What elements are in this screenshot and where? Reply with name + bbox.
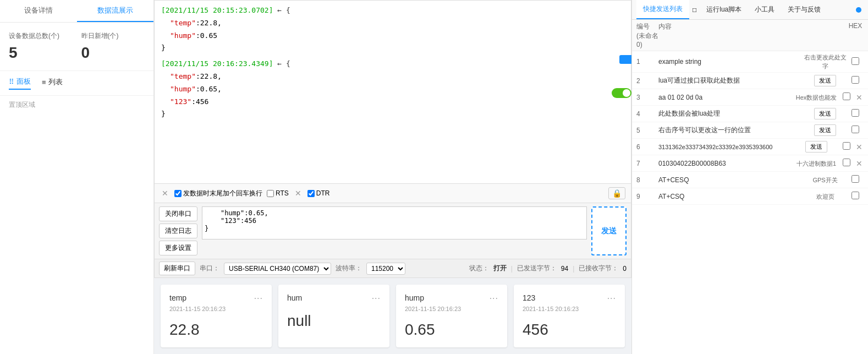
qs-tab-about[interactable]: 关于与反馈 (781, 1, 827, 19)
qs-table-header: 编号 (未命名0) 内容 HEX (632, 20, 868, 51)
qs-row-2-hex-checkbox[interactable] (851, 76, 859, 84)
quick-send-tabs: 快捷发送列表 □ 运行lua脚本 小工具 关于与反馈 (632, 0, 868, 20)
card-123-name: 123 (523, 293, 535, 302)
card-temp-menu[interactable]: ··· (254, 293, 263, 303)
toggle-switch[interactable] (612, 88, 631, 98)
tab-device-detail[interactable]: 设备详情 (0, 0, 77, 22)
qs-row-6-hex (838, 142, 855, 151)
qs-row-6-close[interactable]: ✕ (855, 143, 864, 151)
qs-row-7-close[interactable]: ✕ (855, 159, 864, 168)
qs-row-6-action: 发送 (794, 141, 838, 153)
quick-send-panel: 快捷发送列表 □ 运行lua脚本 小工具 关于与反馈 编号 (未命名0) 内容 … (631, 0, 868, 354)
section-top-label: 置顶区域 (0, 96, 153, 114)
clear-log-button[interactable]: 清空日志 (159, 224, 197, 238)
card-123-value: 456 (523, 321, 616, 339)
send-button[interactable]: 发送 (591, 206, 627, 255)
qs-row-5: 5 右击序号可以更改这一行的位置 发送 (632, 122, 868, 139)
qs-row-9-hex-checkbox[interactable] (851, 192, 859, 199)
refresh-port-button[interactable]: 刷新串口 (159, 262, 195, 275)
qs-row-2-action: 发送 (803, 75, 847, 86)
qs-row-6-hex-checkbox[interactable] (843, 142, 850, 150)
qs-row-2-send-btn[interactable]: 发送 (814, 75, 836, 86)
qs-row-7-action: 十六进制数据1 (794, 159, 838, 168)
qs-row-3-close[interactable]: ✕ (855, 93, 864, 102)
qs-row-2-hex (847, 76, 864, 85)
stat-new: 昨日新增(个) 0 (81, 31, 145, 62)
card-hum-value: null (287, 312, 381, 330)
recv-label: 已接收字节： (579, 264, 618, 273)
qs-row-5-send-btn[interactable]: 发送 (814, 124, 836, 136)
rts-checkbox-label[interactable]: RTS (267, 189, 289, 197)
card-hum: hum ··· null (278, 285, 389, 347)
sidebar: 设备详情 数据流展示 设备数据总数(个) 5 昨日新增(个) 0 ⠿ 面板 ≡ … (0, 0, 154, 354)
stat-total-value: 5 (9, 44, 73, 62)
qs-row-3-action: Hex数据也能发 (794, 93, 838, 102)
lock-button[interactable]: 🔒 (608, 187, 625, 199)
serial-log[interactable]: [2021/11/15 20:15:23.0702] ← { "temp":22… (155, 1, 631, 183)
list-icon: ≡ (42, 78, 46, 86)
card-123-time: 2021-11-15 20:16:23 (523, 306, 616, 312)
management-button[interactable]: 管理 (619, 55, 631, 64)
qs-row-5-hex-checkbox[interactable] (851, 126, 859, 133)
newline-checkbox[interactable] (174, 190, 182, 197)
card-hump-menu[interactable]: ··· (490, 293, 498, 303)
serial-input-textarea[interactable]: "hump":0.65, "123":456 } (202, 206, 587, 239)
view-toggle: ⠿ 面板 ≡ 列表 (0, 71, 153, 96)
baud-label: 波特率： (336, 264, 362, 273)
qs-row-8: 8 AT+CESQ GPS开关 (632, 172, 868, 188)
qs-row-6-send-btn[interactable]: 发送 (805, 141, 827, 153)
card-123: 123 ··· 2021-11-15 20:16:23 456 (514, 285, 625, 347)
qs-row-8-hex-checkbox[interactable] (851, 175, 859, 183)
qs-tab-list[interactable]: 快捷发送列表 (636, 0, 689, 19)
sent-value: 94 (561, 265, 568, 273)
tab-data-stream[interactable]: 数据流展示 (77, 0, 154, 22)
card-hum-menu[interactable]: ··· (372, 293, 381, 303)
baud-select[interactable]: 115200 (366, 263, 405, 275)
qs-row-7-num: 7 (636, 160, 658, 167)
qs-row-1-action: 右击更改此处文字 (803, 53, 847, 70)
qs-row-4-send-btn[interactable]: 发送 (814, 108, 836, 119)
qs-list-icon[interactable]: □ (689, 2, 700, 18)
view-list-btn[interactable]: ≡ 列表 (42, 77, 63, 89)
dtr-checkbox[interactable] (307, 190, 315, 197)
qs-row-4-hex-checkbox[interactable] (851, 109, 859, 117)
qs-row-4-num: 4 (636, 110, 658, 118)
qs-row-7-hex-checkbox[interactable] (843, 159, 850, 166)
newline-label: 发数据时末尾加个回车换行 (183, 189, 262, 198)
qs-row-9-action-text: 欢迎页 (816, 193, 834, 200)
qs-rows: 1 example string 右击更改此处文字 2 lua可通过接口获取此处… (632, 51, 868, 354)
qs-row-5-num: 5 (636, 127, 658, 134)
rts-label: RTS (276, 189, 289, 197)
newline-close-btn[interactable]: ✕ (160, 189, 170, 198)
close-port-button[interactable]: 关闭串口 (159, 206, 197, 221)
port-label: 串口： (200, 264, 219, 273)
qs-tab-lua[interactable]: 运行lua脚本 (700, 1, 748, 19)
qs-row-8-hex (847, 175, 864, 184)
qs-row-3-hex-checkbox[interactable] (843, 92, 850, 100)
qs-row-4-action: 发送 (803, 108, 847, 119)
qs-row-4: 4 此处数据会被lua处理 发送 (632, 106, 868, 122)
stat-total: 设备数据总数(个) 5 (9, 31, 73, 62)
dtr-label: DTR (316, 189, 330, 197)
qs-row-3-num: 3 (636, 94, 658, 101)
qs-row-3: 3 aa 01 02 0d 0a Hex数据也能发 ✕ (632, 89, 868, 106)
view-panel-btn[interactable]: ⠿ 面板 (9, 77, 31, 90)
dtr-close-btn[interactable]: ✕ (293, 189, 303, 198)
qs-row-9-content: AT+CSQ (658, 193, 803, 200)
recv-value: 0 (623, 265, 627, 273)
port-select[interactable]: USB-SERIAL CH340 (COM87) (224, 263, 331, 275)
card-123-menu[interactable]: ··· (607, 293, 616, 303)
serial-controls: ✕ 发数据时末尾加个回车换行 RTS ✕ DTR 🔒 (155, 183, 631, 203)
data-cards-container: temp ··· 2021-11-15 20:16:23 22.8 hum ··… (154, 278, 631, 354)
stat-new-value: 0 (81, 44, 145, 62)
more-settings-button[interactable]: 更多设置 (159, 241, 197, 255)
qs-row-1-hex-checkbox[interactable] (851, 57, 859, 65)
qs-header-content: 内容 (658, 22, 803, 48)
log-entry-1: [2021/11/15 20:15:23.0702] ← { (161, 5, 624, 17)
qs-header-action (803, 22, 847, 48)
newline-checkbox-label[interactable]: 发数据时末尾加个回车换行 (174, 189, 262, 198)
qs-tab-tools[interactable]: 小工具 (748, 1, 781, 19)
dtr-checkbox-label[interactable]: DTR (307, 189, 330, 197)
rts-checkbox[interactable] (267, 190, 274, 197)
qs-row-6-num: 6 (636, 143, 658, 151)
